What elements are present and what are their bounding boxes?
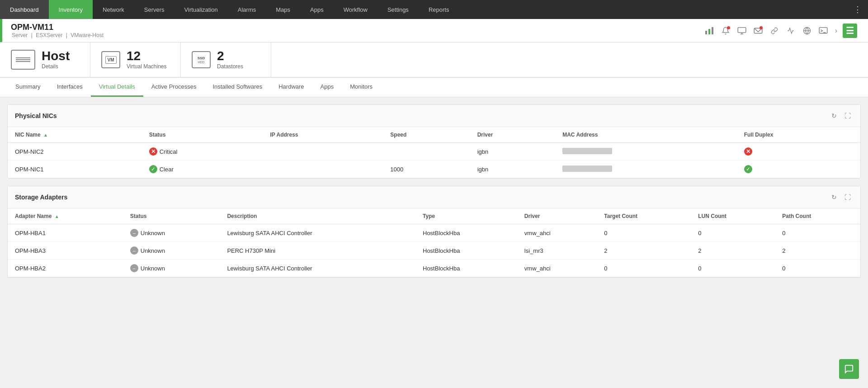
adapter-path-cell: 2 xyxy=(775,242,860,260)
tab-summary[interactable]: Summary xyxy=(7,78,49,97)
refresh-nics-button[interactable]: ↻ xyxy=(829,110,840,121)
refresh-storage-button[interactable]: ↻ xyxy=(829,192,840,203)
svg-rect-3 xyxy=(738,27,746,32)
nic-driver-cell: igbn xyxy=(470,143,556,161)
chevron-right-icon[interactable]: › xyxy=(833,25,839,37)
physical-nics-title: Physical NICs xyxy=(15,112,829,119)
tab-interfaces[interactable]: Interfaces xyxy=(49,78,91,97)
nav-virtualization[interactable]: Virtualization xyxy=(175,0,228,19)
nic-driver-cell: igbn xyxy=(470,161,556,178)
vm-icon: VM xyxy=(101,51,120,68)
col-nic-speed: Speed xyxy=(383,127,470,143)
tabs-bar: Summary Interfaces Virtual Details Activ… xyxy=(0,78,868,97)
adapter-desc-cell: PERC H730P Mini xyxy=(220,242,415,260)
unknown-dot: – xyxy=(130,229,138,237)
unknown-dot: – xyxy=(130,246,138,255)
chart-icon[interactable] xyxy=(703,24,716,37)
svg-rect-2 xyxy=(712,27,713,34)
graph-icon[interactable] xyxy=(784,24,797,37)
physical-nics-header: Physical NICs ↻ ⛶ xyxy=(8,105,860,127)
host-label: Host xyxy=(42,50,70,62)
tab-active-processes[interactable]: Active Processes xyxy=(143,78,205,97)
adapter-driver-cell: vmw_ahci xyxy=(517,260,597,277)
col-adapter-status: Status xyxy=(123,208,220,224)
breadcrumb-bar: OPM-VM11 Server | ESXServer | VMware-Hos… xyxy=(0,19,868,43)
nav-more-button[interactable]: ⋮ xyxy=(847,0,868,19)
col-adapter-name: Adapter Name ▲ xyxy=(8,208,123,224)
tab-installed-softwares[interactable]: Installed Softwares xyxy=(204,78,270,97)
nic-speed-cell: 1000 xyxy=(383,161,470,178)
tab-monitors[interactable]: Monitors xyxy=(342,78,381,97)
menu-icon[interactable]: ☰ xyxy=(843,24,857,38)
nav-maps[interactable]: Maps xyxy=(266,0,300,19)
mac-address-value xyxy=(562,166,612,172)
col-nic-ip: IP Address xyxy=(263,127,383,143)
nav-alarms[interactable]: Alarms xyxy=(228,0,266,19)
adapter-name-cell: OPM-HBA2 xyxy=(8,260,123,277)
terminal-icon[interactable] xyxy=(817,24,830,37)
status-unknown: – Unknown xyxy=(130,246,165,255)
nav-apps[interactable]: Apps xyxy=(300,0,334,19)
email-icon[interactable] xyxy=(752,24,764,37)
physical-nics-header-row: NIC Name ▲ Status IP Address Speed Drive… xyxy=(8,127,860,143)
nic-duplex-cell: ✓ xyxy=(737,161,860,178)
nic-duplex-cell: ✕ xyxy=(737,143,860,161)
tab-virtual-details[interactable]: Virtual Details xyxy=(91,78,143,97)
table-row: OPM-HBA2 – Unknown Lewisburg SATA AHCI C… xyxy=(8,260,860,277)
top-navigation: Dashboard Inventory Network Servers Virt… xyxy=(0,0,868,19)
nav-workflow[interactable]: Workflow xyxy=(334,0,377,19)
nav-dashboard[interactable]: Dashboard xyxy=(0,0,49,19)
adapter-driver-cell: vmw_ahci xyxy=(517,224,597,242)
nav-reports[interactable]: Reports xyxy=(419,0,459,19)
breadcrumb-toolbar: › ☰ xyxy=(703,24,857,38)
tab-hardware[interactable]: Hardware xyxy=(270,78,312,97)
expand-nics-button[interactable]: ⛶ xyxy=(842,110,853,121)
adapter-desc-cell: Lewisburg SATA AHCI Controller xyxy=(220,224,415,242)
col-adapter-lun: LUN Count xyxy=(691,208,775,224)
col-adapter-type: Type xyxy=(415,208,517,224)
nic-mac-cell xyxy=(555,161,736,178)
adapter-name-cell: OPM-HBA3 xyxy=(8,242,123,260)
host-sub: Details xyxy=(42,63,70,70)
nic-speed-cell xyxy=(383,143,470,161)
physical-nics-table: NIC Name ▲ Status IP Address Speed Drive… xyxy=(8,127,860,178)
alert-icon[interactable] xyxy=(719,24,732,37)
vm-card[interactable]: VM 12 Virtual Machines xyxy=(90,43,181,77)
host-card[interactable]: Host Details xyxy=(0,43,90,77)
status-unknown: – Unknown xyxy=(130,264,165,272)
adapter-type-cell: HostBlockHba xyxy=(415,224,517,242)
nav-settings[interactable]: Settings xyxy=(377,0,419,19)
vm-label: Virtual Machines xyxy=(127,63,167,70)
link-icon[interactable] xyxy=(768,24,781,37)
expand-storage-button[interactable]: ⛶ xyxy=(842,192,853,203)
display-icon[interactable] xyxy=(736,24,748,37)
nav-inventory[interactable]: Inventory xyxy=(49,0,93,19)
adapter-lun-cell: 0 xyxy=(691,260,775,277)
col-adapter-target: Target Count xyxy=(597,208,691,224)
nic-status-cell: ✓ Clear xyxy=(142,161,263,178)
full-duplex-true: ✓ xyxy=(744,165,752,173)
nav-network[interactable]: Network xyxy=(93,0,134,19)
adapter-target-cell: 0 xyxy=(597,260,691,277)
breadcrumb-vmware-host: VMware-Host xyxy=(71,32,104,38)
adapter-type-cell: HostBlockHba xyxy=(415,260,517,277)
nic-name-cell: OPM-NIC2 xyxy=(8,143,142,161)
tab-apps[interactable]: Apps xyxy=(312,78,342,97)
physical-nics-actions: ↻ ⛶ xyxy=(829,110,853,121)
ds-label: Datastores xyxy=(217,63,243,70)
nic-mac-cell xyxy=(555,143,736,161)
breadcrumb-server: Server xyxy=(12,32,28,38)
col-nic-driver: Driver xyxy=(470,127,556,143)
table-row: OPM-NIC1 ✓ Clear 1000 igbn ✓ xyxy=(8,161,860,178)
green-accent-bar xyxy=(0,19,2,42)
nav-servers[interactable]: Servers xyxy=(134,0,175,19)
datastore-card[interactable]: SSD HDD 2 Datastores xyxy=(181,43,271,77)
full-duplex-false: ✕ xyxy=(744,147,752,156)
critical-dot: ✕ xyxy=(149,147,157,156)
col-nic-mac: MAC Address xyxy=(555,127,736,143)
sort-icon: ▲ xyxy=(43,132,48,137)
nic-name-cell: OPM-NIC1 xyxy=(8,161,142,178)
globe-icon[interactable] xyxy=(801,24,813,37)
status-clear: ✓ Clear xyxy=(149,165,174,173)
status-critical: ✕ Critical xyxy=(149,147,178,156)
